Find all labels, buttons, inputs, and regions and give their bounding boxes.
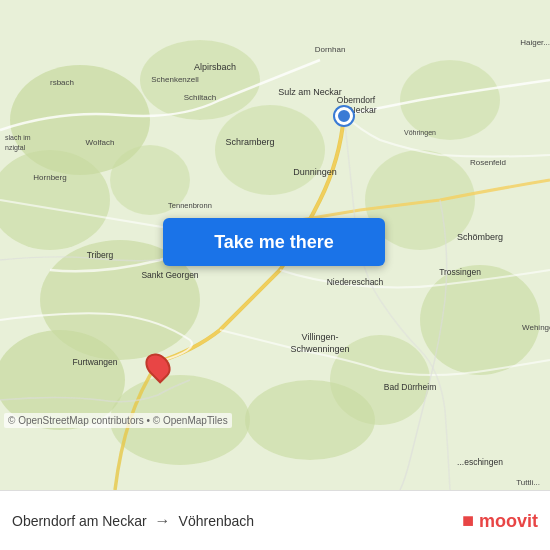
map-container: Sulz am Neckar Alpirsbach Schiltach Sche… [0, 0, 550, 490]
svg-text:Triberg: Triberg [87, 250, 114, 260]
svg-text:Schiltach: Schiltach [184, 93, 216, 102]
svg-text:Schwenningen: Schwenningen [290, 344, 349, 354]
svg-text:Villingen-: Villingen- [302, 332, 339, 342]
moovit-logo: ■ moovit [462, 509, 538, 532]
svg-text:...eschingen: ...eschingen [457, 457, 503, 467]
svg-text:Niedereschach: Niedereschach [327, 277, 384, 287]
svg-text:Vöhringen: Vöhringen [404, 129, 436, 137]
svg-text:Tennenbronn: Tennenbronn [168, 201, 212, 210]
svg-text:Schömberg: Schömberg [457, 232, 503, 242]
svg-text:Alpirsbach: Alpirsbach [194, 62, 236, 72]
footer-to-label: Vöhrenbach [179, 513, 255, 529]
svg-text:Dunningen: Dunningen [293, 167, 337, 177]
svg-text:Haiger...: Haiger... [520, 38, 550, 47]
footer-arrow-icon: → [155, 512, 171, 530]
svg-text:slach im: slach im [5, 134, 31, 141]
svg-text:Bad Dürrheim: Bad Dürrheim [384, 382, 436, 392]
moovit-text: moovit [479, 511, 538, 531]
svg-text:Hornberg: Hornberg [33, 173, 66, 182]
svg-text:Wolfach: Wolfach [86, 138, 115, 147]
svg-point-9 [420, 265, 540, 375]
svg-text:Wehingen: Wehingen [522, 323, 550, 332]
take-me-there-button[interactable]: Take me there [163, 218, 385, 266]
svg-text:Dornhan: Dornhan [315, 45, 346, 54]
svg-text:Schramberg: Schramberg [225, 137, 274, 147]
svg-text:nzigtal: nzigtal [5, 144, 26, 152]
footer: Oberndorf am Neckar → Vöhrenbach ■ moovi… [0, 490, 550, 550]
map-attribution: © OpenStreetMap contributors • © OpenMap… [4, 413, 232, 428]
destination-marker [147, 352, 169, 380]
svg-point-11 [245, 380, 375, 460]
footer-from-label: Oberndorf am Neckar [12, 513, 147, 529]
svg-text:Rosenfeld: Rosenfeld [470, 158, 506, 167]
svg-text:Trossingen: Trossingen [439, 267, 481, 277]
svg-text:Schenkenzell: Schenkenzell [151, 75, 199, 84]
svg-text:Furtwangen: Furtwangen [73, 357, 118, 367]
origin-marker [335, 107, 353, 125]
svg-text:rsbach: rsbach [50, 78, 74, 87]
svg-point-6 [215, 105, 325, 195]
svg-text:Sulz am Neckar: Sulz am Neckar [278, 87, 342, 97]
svg-text:Oberndorf: Oberndorf [337, 95, 376, 105]
svg-text:Sankt Georgen: Sankt Georgen [141, 270, 198, 280]
svg-text:Tuttli...: Tuttli... [516, 478, 540, 487]
